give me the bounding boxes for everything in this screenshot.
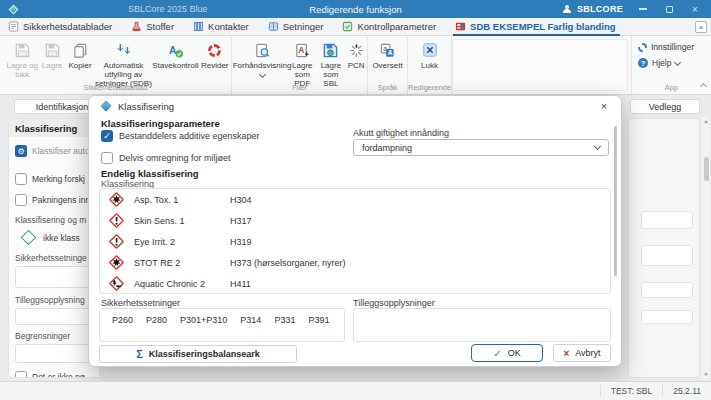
safety-phrases-label: Sikkerhetssetninge	[15, 253, 99, 263]
help-button[interactable]: ? Hjelp	[638, 58, 711, 68]
pdf-icon	[294, 41, 311, 59]
auto-fill-phrases-button[interactable]: Automatisk utfylling av setninger (SDB)	[94, 39, 152, 89]
floppy-blue-icon	[322, 41, 339, 59]
checkbox[interactable]	[15, 194, 27, 206]
p-code[interactable]: P301+P310	[180, 315, 227, 341]
maximize-button[interactable]	[663, 3, 675, 15]
ribbon: Lagre og lukk Lagre Kopier Automatisk ut…	[0, 36, 711, 95]
classification-dialog: Klassifisering × Klassifiseringsparamete…	[88, 95, 622, 367]
marking-checkbox-row[interactable]: Merking forskj	[15, 173, 99, 185]
translate-button[interactable]: Oversett	[369, 39, 407, 70]
ghs09-environment-icon	[108, 275, 125, 292]
checkbox[interactable]	[15, 371, 27, 378]
tab-sikkerhetsdatablader[interactable]: Sikkerhetsdatablader	[8, 18, 112, 36]
environment-badge: TEST: SBL	[600, 385, 663, 397]
form-field[interactable]	[641, 310, 693, 324]
tab-kontrollparametrer[interactable]: Kontrollparametrer	[342, 18, 436, 36]
classification-row[interactable]: Asp. Tox. 1 H304	[100, 189, 610, 210]
revise-button[interactable]: Revider	[199, 39, 232, 70]
classification-balance-button[interactable]: Σ Klassifiseringsbalanseark	[99, 345, 297, 363]
ok-button[interactable]: ✓ OK	[471, 344, 543, 362]
tab-stoffer[interactable]: Stoffer	[131, 18, 174, 36]
safety-phrases-box[interactable]: P260 P280 P301+P310 P314 P331 P391	[99, 308, 345, 342]
not-required-checkbox-row[interactable]: Det er ikke nø	[15, 371, 99, 378]
chevron-down-icon	[258, 71, 265, 78]
chevron-down-icon	[594, 143, 601, 150]
tab-kontakter[interactable]: Kontakter	[193, 18, 249, 36]
scroll-up-icon[interactable]: ▲	[704, 119, 709, 124]
checkbox[interactable]	[15, 173, 27, 185]
restrictions-label: Begrensninger	[15, 331, 99, 341]
classification-list[interactable]: Asp. Tox. 1 H304 Skin Sens. 1 H317 Eye I…	[99, 188, 611, 294]
p-code[interactable]: P314	[240, 315, 261, 341]
additive-properties-checkbox-row[interactable]: ✓ Bestanddelers additive egenskaper	[101, 130, 260, 142]
auto-classify-icon: ⚙	[15, 145, 27, 157]
gear-icon	[638, 43, 647, 52]
dialog-scrollbar-thumb[interactable]	[614, 126, 617, 276]
save-button[interactable]: Lagre	[39, 39, 66, 70]
spellcheck-button[interactable]: Stavekontroll	[152, 39, 198, 70]
dialog-close-icon[interactable]: ×	[597, 100, 611, 112]
inhalation-select[interactable]: fordampning	[353, 139, 609, 156]
scroll-down-icon[interactable]: ▼	[704, 372, 709, 377]
inhalation-label: Akutt giftighet innånding	[353, 128, 449, 138]
form-field[interactable]	[641, 282, 693, 298]
ghs08-health-hazard-icon	[108, 254, 125, 271]
flask-icon	[131, 21, 142, 32]
close-document-tab-button[interactable]: ×	[695, 21, 707, 33]
packaging-checkbox-row[interactable]: Pakningens inn	[15, 194, 99, 206]
page-tab-vedlegg[interactable]: Vedlegg	[630, 99, 700, 114]
classification-row[interactable]: Aquatic Chronic 2 H411	[100, 273, 610, 294]
checkbox-checked[interactable]: ✓	[101, 130, 113, 142]
save-and-close-button[interactable]: Lagre og lukk	[6, 39, 39, 79]
tab-setninger[interactable]: Setninger	[268, 18, 324, 36]
close-editing-button[interactable]: Lukk	[413, 39, 447, 70]
settings-button[interactable]: Innstillinger	[638, 42, 711, 52]
classification-row[interactable]: Eye Irrit. 2 H319	[100, 231, 610, 252]
spellcheck-icon	[167, 41, 184, 59]
safety-phrases-box[interactable]	[15, 266, 95, 288]
classification-row[interactable]: Skin Sens. 1 H317	[100, 210, 610, 231]
close-window-button[interactable]: ×	[689, 3, 701, 15]
sigma-icon: Σ	[136, 348, 143, 360]
status-bar: TEST: SBL 25.2.11	[0, 381, 711, 400]
user-name: SBLCORE	[577, 4, 623, 14]
classification-and-label: Klassifisering og m	[15, 215, 99, 225]
module-tab-bar: Sikkerhetsdatablader Stoffer Kontakter S…	[0, 18, 711, 36]
additional-info-label: Tilleggsopplysninger	[353, 298, 435, 308]
classification-row[interactable]: STOT RE 2 H373 (hørselsorganer, nyrer)	[100, 252, 610, 273]
checkbox[interactable]	[101, 152, 113, 164]
form-field[interactable]	[641, 245, 693, 266]
pcn-button[interactable]: PCN	[345, 39, 367, 70]
minimize-button[interactable]	[637, 3, 649, 15]
chevron-down-icon	[674, 58, 681, 65]
preview-button[interactable]: Forhåndsvisning	[236, 39, 288, 77]
restrictions-box[interactable]	[15, 344, 95, 363]
partial-conversion-checkbox-row[interactable]: Delvis omregning for miljøet	[101, 152, 231, 164]
dialog-header: Klassifisering ×	[89, 96, 621, 116]
save-as-sbl-button[interactable]: Lagre som SBL	[317, 39, 346, 89]
checkbox-icon	[342, 21, 353, 32]
cancel-button[interactable]: × Avbryt	[553, 344, 611, 362]
safety-phrases-label: Sikkerhetssetninger	[101, 298, 180, 308]
save-as-pdf-button[interactable]: Lagre som PDF	[288, 39, 317, 89]
tab-sdb-eksempel-active[interactable]: SDB EKSEMPEL Farlig blanding	[455, 18, 616, 36]
p-code[interactable]: P280	[146, 315, 167, 341]
dialog-title: Klassifisering	[118, 101, 174, 112]
form-field[interactable]	[641, 211, 693, 229]
p-code[interactable]: P391	[308, 315, 329, 341]
additional-info-box[interactable]	[15, 308, 95, 325]
auto-classify-toggle[interactable]: ⚙ Klassifiser autom	[15, 145, 99, 157]
additional-info-box[interactable]	[353, 308, 611, 342]
x-icon: ×	[563, 348, 569, 359]
p-code[interactable]: P331	[274, 315, 295, 341]
document-icon	[8, 21, 19, 32]
additional-info-label: Tilleggsopplysning	[15, 295, 99, 305]
translate-icon	[379, 41, 396, 59]
title-bar: SBLCore 2025 Blue Redigerende funksjon S…	[0, 0, 711, 18]
scrollbar-thumb[interactable]	[704, 157, 709, 181]
close-icon: ×	[692, 4, 698, 15]
copy-button[interactable]: Kopier	[66, 39, 95, 70]
p-code[interactable]: P260	[112, 315, 133, 341]
user-account-button[interactable]: SBLCORE	[563, 4, 623, 14]
